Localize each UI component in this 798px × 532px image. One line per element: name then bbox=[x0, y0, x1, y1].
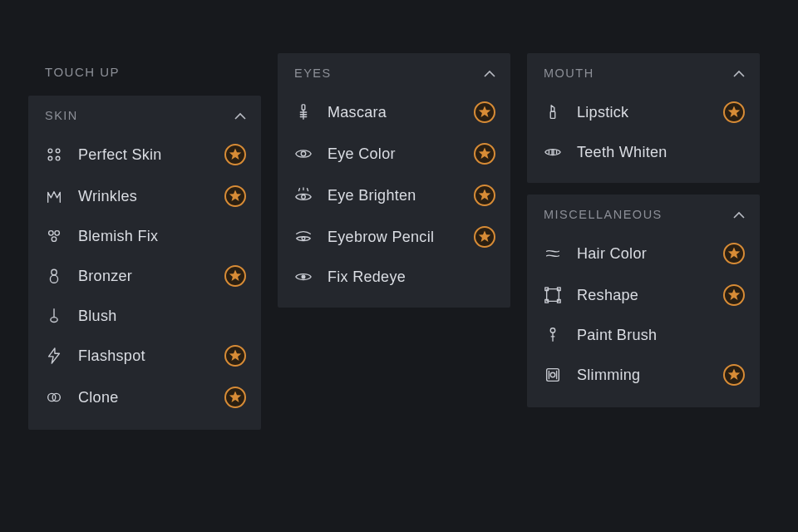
svg-point-12 bbox=[51, 318, 57, 323]
svg-point-7 bbox=[55, 231, 60, 236]
paint-icon bbox=[544, 326, 562, 344]
tool-item-label: Slimming bbox=[577, 367, 723, 384]
tool-item-label: Reshape bbox=[577, 287, 723, 304]
tool-item-reshape[interactable]: Reshape bbox=[527, 274, 760, 316]
star-icon[interactable] bbox=[224, 265, 246, 287]
tool-item-paint-brush[interactable]: Paint Brush bbox=[527, 316, 760, 354]
eyebrow-icon bbox=[294, 228, 313, 246]
blush-icon bbox=[45, 307, 63, 325]
wrinkles-icon bbox=[45, 187, 63, 205]
touch-up-title: TOUCH UP bbox=[28, 65, 261, 96]
svg-point-8 bbox=[52, 237, 57, 242]
hair-icon bbox=[544, 244, 562, 263]
mascara-icon bbox=[294, 103, 313, 121]
tool-item-label: Bronzer bbox=[78, 268, 224, 285]
tool-item-label: Wrinkles bbox=[78, 188, 224, 205]
flash-icon bbox=[45, 347, 63, 365]
svg-point-25 bbox=[302, 275, 305, 278]
eyes-panel-header[interactable]: EYES bbox=[278, 53, 510, 91]
tool-item-label: Clone bbox=[78, 389, 224, 406]
eyes-panel: EYES MascaraEye ColorEye BrightenEyebrow… bbox=[278, 53, 510, 308]
eye-icon bbox=[294, 145, 313, 163]
chevron-up-icon bbox=[484, 70, 495, 77]
lipstick-icon bbox=[544, 103, 562, 121]
star-icon[interactable] bbox=[474, 185, 495, 206]
tool-item-eyebrow-pencil[interactable]: Eyebrow Pencil bbox=[278, 216, 510, 258]
tool-item-fix-redeye[interactable]: Fix Redeye bbox=[278, 258, 510, 296]
star-icon[interactable] bbox=[474, 101, 495, 123]
teeth-icon bbox=[544, 143, 562, 161]
eyes-panel-title: EYES bbox=[294, 66, 332, 80]
svg-point-10 bbox=[50, 275, 57, 283]
tool-item-mascara[interactable]: Mascara bbox=[278, 91, 510, 133]
chevron-up-icon bbox=[234, 112, 246, 120]
svg-point-1 bbox=[56, 149, 60, 153]
tool-item-label: Hair Color bbox=[577, 245, 723, 263]
star-icon[interactable] bbox=[723, 364, 745, 386]
tool-item-clone[interactable]: Clone bbox=[28, 377, 261, 418]
svg-point-3 bbox=[56, 156, 60, 160]
tool-item-label: Paint Brush bbox=[577, 327, 745, 344]
star-icon[interactable] bbox=[474, 226, 495, 248]
svg-point-2 bbox=[48, 156, 52, 160]
misc-panel-title: MISCELLANEOUS bbox=[544, 208, 663, 221]
tool-item-blush[interactable]: Blush bbox=[28, 297, 261, 335]
mouth-panel-title: MOUTH bbox=[544, 66, 594, 80]
svg-rect-17 bbox=[302, 105, 305, 110]
tool-item-hair-color[interactable]: Hair Color bbox=[527, 233, 760, 274]
tool-item-perfect-skin[interactable]: Perfect Skin bbox=[28, 134, 261, 175]
tool-item-label: Lipstick bbox=[577, 104, 723, 121]
star-icon[interactable] bbox=[723, 243, 745, 264]
svg-point-0 bbox=[48, 149, 52, 153]
chevron-up-icon bbox=[733, 70, 745, 77]
mouth-panel: MOUTH LipstickTeeth Whiten bbox=[527, 53, 760, 183]
svg-point-19 bbox=[301, 151, 306, 156]
bronzer-icon bbox=[45, 267, 63, 285]
tool-item-label: Eyebrow Pencil bbox=[328, 229, 474, 246]
reshape-icon bbox=[544, 286, 562, 304]
svg-rect-26 bbox=[550, 111, 555, 118]
clone-icon bbox=[45, 388, 63, 406]
tool-item-label: Blush bbox=[78, 308, 246, 325]
tool-item-label: Eye Brighten bbox=[328, 187, 474, 204]
svg-point-9 bbox=[52, 269, 57, 274]
star-icon[interactable] bbox=[474, 143, 495, 165]
star-icon[interactable] bbox=[224, 387, 246, 408]
misc-panel-header[interactable]: MISCELLANEOUS bbox=[527, 195, 760, 233]
svg-point-35 bbox=[550, 328, 555, 333]
tool-item-teeth-whiten[interactable]: Teeth Whiten bbox=[527, 133, 760, 171]
tool-item-label: Blemish Fix bbox=[78, 228, 246, 245]
svg-point-21 bbox=[302, 195, 306, 200]
tool-item-wrinkles[interactable]: Wrinkles bbox=[28, 175, 261, 217]
tool-item-blemish-fix[interactable]: Blemish Fix bbox=[28, 217, 261, 255]
star-icon[interactable] bbox=[224, 345, 246, 367]
slimming-icon bbox=[544, 366, 562, 384]
star-icon[interactable] bbox=[224, 144, 246, 165]
blemish-icon bbox=[45, 227, 63, 245]
eye-bright-icon bbox=[294, 186, 313, 204]
star-icon[interactable] bbox=[723, 101, 745, 123]
tool-item-label: Eye Color bbox=[328, 145, 474, 163]
redeye-icon bbox=[294, 268, 313, 286]
tool-item-lipstick[interactable]: Lipstick bbox=[527, 91, 760, 133]
tool-item-label: Teeth Whiten bbox=[577, 144, 745, 161]
tool-item-eye-brighten[interactable]: Eye Brighten bbox=[278, 175, 510, 216]
star-icon[interactable] bbox=[723, 284, 745, 306]
skin-panel: SKIN Perfect SkinWrinklesBlemish FixBron… bbox=[28, 96, 261, 430]
tool-item-bronzer[interactable]: Bronzer bbox=[28, 255, 261, 297]
chevron-up-icon bbox=[733, 211, 745, 219]
tool-item-label: Perfect Skin bbox=[78, 146, 224, 164]
tool-item-flashspot[interactable]: Flashspot bbox=[28, 335, 261, 377]
skin-panel-title: SKIN bbox=[45, 109, 78, 122]
svg-point-23 bbox=[302, 237, 305, 240]
svg-point-15 bbox=[52, 393, 60, 401]
tool-item-eye-color[interactable]: Eye Color bbox=[278, 133, 510, 175]
tool-item-label: Fix Redeye bbox=[328, 268, 495, 286]
skin-panel-header[interactable]: SKIN bbox=[28, 96, 261, 134]
sparkle-icon bbox=[45, 145, 63, 164]
misc-panel: MISCELLANEOUS Hair ColorReshapePaint Bru… bbox=[527, 195, 760, 407]
tool-item-slimming[interactable]: Slimming bbox=[527, 354, 760, 396]
star-icon[interactable] bbox=[224, 185, 246, 207]
mouth-panel-header[interactable]: MOUTH bbox=[527, 53, 760, 91]
tool-item-label: Mascara bbox=[328, 104, 474, 121]
